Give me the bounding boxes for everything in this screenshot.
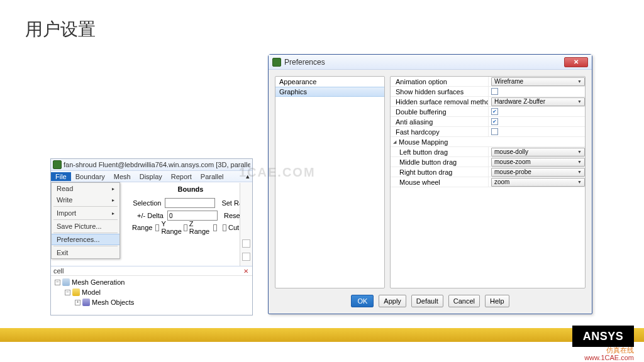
- z-range-label: Z Range: [189, 220, 209, 235]
- prop-label-show-hidden: Show hidden surfaces: [391, 88, 488, 96]
- preferences-dialog: Preferences ✕ Appearance Graphics Animat…: [268, 54, 592, 314]
- app-icon: [53, 160, 62, 169]
- cutplane-checkbox[interactable]: [223, 224, 226, 231]
- file-exit[interactable]: Exit: [52, 247, 119, 258]
- tree-node-label: Mesh Objects: [92, 299, 134, 306]
- fluent-title-text: fan-shroud Fluent@lebdrwillia764.win.ans…: [64, 161, 250, 168]
- submenu-arrow-icon: ▸: [112, 186, 114, 192]
- menu-separator: [53, 219, 118, 220]
- show-hidden-checkbox[interactable]: [491, 88, 498, 95]
- footer-cn: 仿真在线: [584, 346, 634, 354]
- expand-icon[interactable]: +: [75, 300, 80, 305]
- middle-button-drag-select[interactable]: mouse-zoom▼: [491, 158, 585, 167]
- submenu-arrow-icon: ▸: [112, 197, 114, 203]
- prop-label-mouse-mapping: Mouse Mapping: [397, 138, 585, 146]
- mesh-icon: [62, 278, 70, 286]
- footer-text: 仿真在线 www.1CAE.com: [584, 346, 634, 362]
- menu-parallel[interactable]: Parallel: [196, 172, 228, 181]
- menu-overflow-icon[interactable]: ▴: [242, 172, 252, 181]
- window-close-button[interactable]: ✕: [564, 57, 588, 67]
- tree-close-icon[interactable]: ✕: [243, 268, 250, 275]
- help-button[interactable]: Help: [485, 295, 509, 307]
- category-graphics[interactable]: Graphics: [275, 87, 384, 97]
- prop-label-middle-drag: Middle button drag: [391, 158, 488, 166]
- tree-header-text: cell: [53, 267, 64, 275]
- default-button[interactable]: Default: [411, 295, 443, 307]
- bounds-delta-label: +/- Delta: [129, 212, 164, 219]
- y-range-label: Y Range: [161, 220, 181, 235]
- preferences-title-text: Preferences: [284, 58, 325, 67]
- file-import[interactable]: Import▸: [52, 207, 119, 219]
- dropdown-caret-icon: ▼: [577, 180, 582, 184]
- collapse-icon[interactable]: −: [55, 280, 60, 285]
- range-label: Range: [132, 224, 152, 231]
- fluent-tree-panel: cell ✕ − Mesh Generation − Model + Mesh …: [51, 266, 252, 315]
- collapse-icon[interactable]: −: [65, 290, 70, 295]
- anti-aliasing-checkbox[interactable]: ✔: [491, 118, 498, 125]
- category-appearance[interactable]: Appearance: [275, 77, 384, 87]
- prop-label-double-buffering: Double buffering: [391, 108, 488, 116]
- file-write[interactable]: Write▸: [52, 194, 119, 206]
- menu-file[interactable]: File: [51, 172, 71, 181]
- prop-group-mouse-mapping[interactable]: ◢ Mouse Mapping: [391, 137, 585, 147]
- z-range-checkbox[interactable]: [213, 224, 217, 231]
- y-range-checkbox[interactable]: [184, 224, 187, 231]
- bounds-selection-input[interactable]: [165, 198, 215, 208]
- footer-gold-bar: [0, 328, 644, 342]
- tree-node-mesh-generation[interactable]: − Mesh Generation: [53, 277, 250, 287]
- tool-cursor-icon[interactable]: [242, 239, 250, 248]
- menu-separator: [53, 233, 118, 233]
- menu-report[interactable]: Report: [167, 172, 196, 181]
- menu-separator: [53, 246, 118, 246]
- ok-button[interactable]: OK: [351, 295, 374, 307]
- ansys-logo: ANSYS: [572, 326, 634, 347]
- mesh-object-icon: [82, 299, 90, 306]
- file-save-picture[interactable]: Save Picture...: [52, 221, 119, 232]
- model-icon: [72, 288, 80, 296]
- bounds-title: Bounds: [129, 185, 252, 193]
- preferences-button-bar: OK Apply Default Cancel Help: [269, 295, 592, 307]
- right-button-drag-select[interactable]: mouse-probe▼: [491, 168, 585, 177]
- bounds-reset[interactable]: Rese: [224, 212, 240, 219]
- file-dropdown: Read▸ Write▸ Import▸ Save Picture... Pre…: [51, 182, 120, 259]
- fluent-menubar: File Boundary Mesh Display Report Parall…: [51, 171, 252, 182]
- fast-hardcopy-checkbox[interactable]: [491, 128, 498, 135]
- dropdown-caret-icon: ▼: [577, 160, 582, 164]
- double-buffering-checkbox[interactable]: ✔: [491, 108, 498, 115]
- x-range-checkbox[interactable]: [155, 224, 159, 231]
- menu-display[interactable]: Display: [135, 172, 167, 181]
- preferences-titlebar: Preferences ✕: [269, 55, 592, 70]
- dropdown-caret-icon: ▼: [577, 79, 582, 84]
- file-preferences[interactable]: Preferences...: [52, 234, 119, 245]
- prop-label-hsr: Hidden surface removal method: [391, 98, 488, 106]
- hsr-method-select[interactable]: Hardware Z-buffer▼: [491, 97, 585, 106]
- submenu-arrow-icon: ▸: [112, 211, 114, 216]
- prop-label-anti-aliasing: Anti aliasing: [391, 118, 488, 126]
- bounds-delta-input[interactable]: [167, 211, 218, 221]
- file-read[interactable]: Read▸: [52, 183, 119, 194]
- tree-node-model[interactable]: − Model: [53, 287, 250, 297]
- group-collapse-icon[interactable]: ◢: [392, 139, 397, 145]
- fluent-titlebar: fan-shroud Fluent@lebdrwillia764.win.ans…: [51, 159, 252, 171]
- menu-mesh[interactable]: Mesh: [109, 172, 135, 181]
- mouse-wheel-select[interactable]: zoom▼: [491, 178, 585, 187]
- prop-label-animation-option: Animation option: [391, 78, 488, 85]
- animation-option-select[interactable]: Wireframe▼: [491, 77, 585, 86]
- prop-label-fast-hardcopy: Fast hardcopy: [391, 128, 488, 136]
- tree-node-label: Model: [82, 288, 101, 296]
- cancel-button[interactable]: Cancel: [448, 295, 480, 307]
- prop-label-right-drag: Right button drag: [391, 168, 488, 176]
- menu-boundary[interactable]: Boundary: [71, 172, 109, 181]
- apply-button[interactable]: Apply: [379, 295, 406, 307]
- prop-label-mouse-wheel: Mouse wheel: [391, 178, 488, 186]
- left-button-drag-select[interactable]: mouse-dolly▼: [491, 148, 585, 156]
- app-icon: [272, 58, 281, 67]
- tree-node-label: Mesh Generation: [72, 278, 125, 286]
- dropdown-caret-icon: ▼: [577, 170, 582, 174]
- fluent-window: fan-shroud Fluent@lebdrwillia764.win.ans…: [50, 158, 253, 315]
- menu-separator: [53, 206, 118, 207]
- tree-node-mesh-objects[interactable]: + Mesh Objects: [53, 297, 250, 307]
- dropdown-caret-icon: ▼: [577, 150, 582, 154]
- tool-line-icon[interactable]: [242, 253, 250, 261]
- bounds-selection-label: Selection: [129, 199, 161, 207]
